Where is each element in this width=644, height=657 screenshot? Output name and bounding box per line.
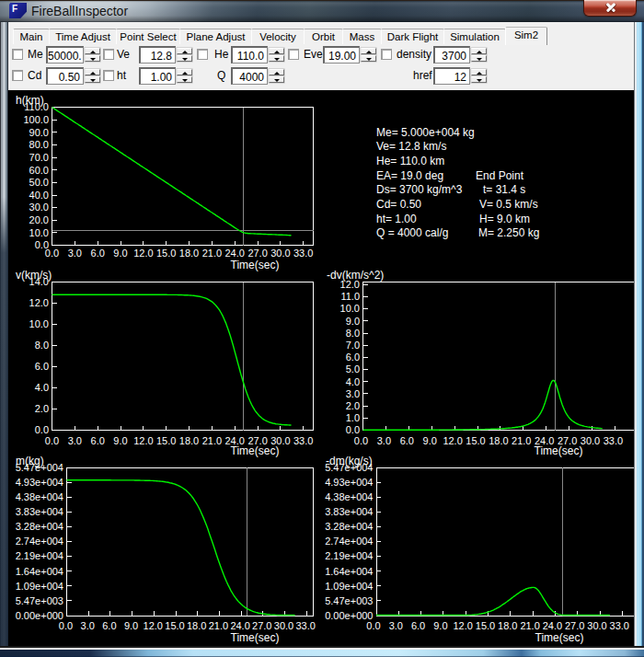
svg-text:3.83e+004: 3.83e+004 <box>16 506 63 517</box>
svg-text:4.0: 4.0 <box>35 382 49 393</box>
svg-text:27.0: 27.0 <box>247 248 267 259</box>
svg-text:27.0: 27.0 <box>252 620 271 631</box>
svg-text:40.0: 40.0 <box>29 190 49 201</box>
svg-text:12.0: 12.0 <box>340 279 360 290</box>
svg-text:3.83e+004: 3.83e+004 <box>325 506 373 517</box>
svg-text:9.0: 9.0 <box>113 435 127 446</box>
svg-text:V= 0.5 km/s: V= 0.5 km/s <box>479 198 538 211</box>
svg-text:4.0: 4.0 <box>346 376 360 387</box>
svg-text:12.0: 12.0 <box>144 620 163 631</box>
svg-text:24.0: 24.0 <box>224 248 244 259</box>
svg-text:0.0: 0.0 <box>35 424 49 435</box>
svg-text:0.0: 0.0 <box>354 435 368 446</box>
svg-text:Time(sec): Time(sec) <box>231 259 280 271</box>
svg-text:0.0: 0.0 <box>59 620 73 631</box>
svg-text:4.38e+004: 4.38e+004 <box>325 491 373 502</box>
svg-text:9.0: 9.0 <box>113 248 127 259</box>
svg-text:2.74e+004: 2.74e+004 <box>325 536 373 547</box>
svg-text:4.38e+004: 4.38e+004 <box>16 491 63 502</box>
svg-text:20.0: 20.0 <box>29 214 49 225</box>
svg-text:33.0: 33.0 <box>610 620 629 631</box>
svg-text:2.19e+004: 2.19e+004 <box>16 550 63 561</box>
svg-text:6.0: 6.0 <box>400 435 414 446</box>
svg-text:5.47e+003: 5.47e+003 <box>16 595 63 606</box>
svg-text:15.0: 15.0 <box>156 435 176 446</box>
svg-text:30.0: 30.0 <box>581 435 600 446</box>
svg-text:6.0: 6.0 <box>35 361 49 372</box>
svg-text:4.93e+004: 4.93e+004 <box>325 477 373 488</box>
svg-text:14.0: 14.0 <box>29 276 49 287</box>
svg-text:0.0: 0.0 <box>366 620 380 631</box>
svg-text:12.0: 12.0 <box>133 248 153 259</box>
svg-text:Time(sec): Time(sec) <box>535 631 584 644</box>
svg-text:Cd= 0.50: Cd= 0.50 <box>376 198 421 211</box>
svg-text:5.47e+004: 5.47e+004 <box>16 462 63 473</box>
svg-text:27.0: 27.0 <box>565 620 584 631</box>
svg-text:30.0: 30.0 <box>587 620 606 631</box>
svg-text:12.0: 12.0 <box>443 435 462 446</box>
svg-text:Time(sec): Time(sec) <box>231 631 280 644</box>
svg-text:Time(sec): Time(sec) <box>231 444 280 457</box>
svg-text:6.0: 6.0 <box>102 620 116 631</box>
svg-text:50.0: 50.0 <box>29 177 49 188</box>
svg-text:H= 9.0 km: H= 9.0 km <box>479 213 530 225</box>
svg-text:9.0: 9.0 <box>433 620 447 631</box>
svg-text:18.0: 18.0 <box>187 620 206 631</box>
svg-text:M= 2.250 kg: M= 2.250 kg <box>478 226 539 239</box>
svg-text:18.0: 18.0 <box>179 248 199 259</box>
svg-text:30.0: 30.0 <box>274 620 293 631</box>
svg-text:1.09e+004: 1.09e+004 <box>16 581 63 592</box>
svg-text:7.0: 7.0 <box>346 340 360 351</box>
svg-text:EA= 19.0 deg: EA= 19.0 deg <box>376 169 443 182</box>
svg-text:0.00e+000: 0.00e+000 <box>16 610 63 621</box>
svg-text:0.0: 0.0 <box>346 424 360 435</box>
svg-text:6.0: 6.0 <box>411 620 425 631</box>
svg-text:90.0: 90.0 <box>29 127 49 138</box>
svg-text:5.47e+004: 5.47e+004 <box>325 462 373 473</box>
svg-text:1.64e+004: 1.64e+004 <box>325 566 373 577</box>
svg-text:3.0: 3.0 <box>68 248 82 259</box>
svg-text:5.47e+003: 5.47e+003 <box>325 595 373 606</box>
svg-text:12.0: 12.0 <box>133 435 153 446</box>
svg-text:0.00e+000: 0.00e+000 <box>325 610 373 621</box>
svg-text:End Point: End Point <box>476 169 524 182</box>
svg-text:8.0: 8.0 <box>346 328 360 339</box>
svg-text:15.0: 15.0 <box>156 248 176 259</box>
svg-text:80.0: 80.0 <box>29 139 49 150</box>
svg-text:He= 110.0 km: He= 110.0 km <box>376 155 444 167</box>
svg-text:33.0: 33.0 <box>293 435 313 446</box>
svg-text:1.09e+004: 1.09e+004 <box>325 581 373 592</box>
svg-text:Ds= 3700 kg/m^3: Ds= 3700 kg/m^3 <box>376 183 463 196</box>
svg-text:3.28e+004: 3.28e+004 <box>325 521 373 532</box>
svg-text:3.0: 3.0 <box>346 388 360 399</box>
svg-text:110.0: 110.0 <box>24 101 49 112</box>
svg-text:5.0: 5.0 <box>346 363 360 375</box>
svg-text:18.0: 18.0 <box>489 435 508 446</box>
svg-text:1.0: 1.0 <box>346 412 360 423</box>
svg-text:0.0: 0.0 <box>45 248 59 259</box>
svg-text:Time(sec): Time(sec) <box>535 444 583 457</box>
svg-text:0.0: 0.0 <box>45 435 59 446</box>
svg-text:6.0: 6.0 <box>346 352 360 363</box>
svg-text:33.0: 33.0 <box>295 620 315 631</box>
svg-text:3.28e+004: 3.28e+004 <box>16 521 63 532</box>
svg-text:10.0: 10.0 <box>29 318 49 329</box>
svg-text:8.0: 8.0 <box>35 340 49 351</box>
svg-text:24.0: 24.0 <box>230 620 249 631</box>
svg-text:10.0: 10.0 <box>340 303 360 314</box>
svg-text:24.0: 24.0 <box>543 620 562 631</box>
svg-text:18.0: 18.0 <box>498 620 517 631</box>
svg-text:9.0: 9.0 <box>346 316 360 327</box>
svg-text:33.0: 33.0 <box>604 435 623 446</box>
svg-text:18.0: 18.0 <box>179 435 199 446</box>
svg-text:6.0: 6.0 <box>91 248 105 259</box>
svg-text:6.0: 6.0 <box>91 435 105 446</box>
svg-text:60.0: 60.0 <box>29 165 49 176</box>
svg-text:2.19e+004: 2.19e+004 <box>325 550 373 561</box>
svg-text:ht= 1.00: ht= 1.00 <box>376 213 417 225</box>
svg-text:4.93e+004: 4.93e+004 <box>16 477 63 488</box>
svg-text:11.0: 11.0 <box>340 291 360 302</box>
svg-text:15.0: 15.0 <box>476 620 495 631</box>
svg-text:15.0: 15.0 <box>165 620 184 631</box>
svg-text:21.0: 21.0 <box>520 620 539 631</box>
